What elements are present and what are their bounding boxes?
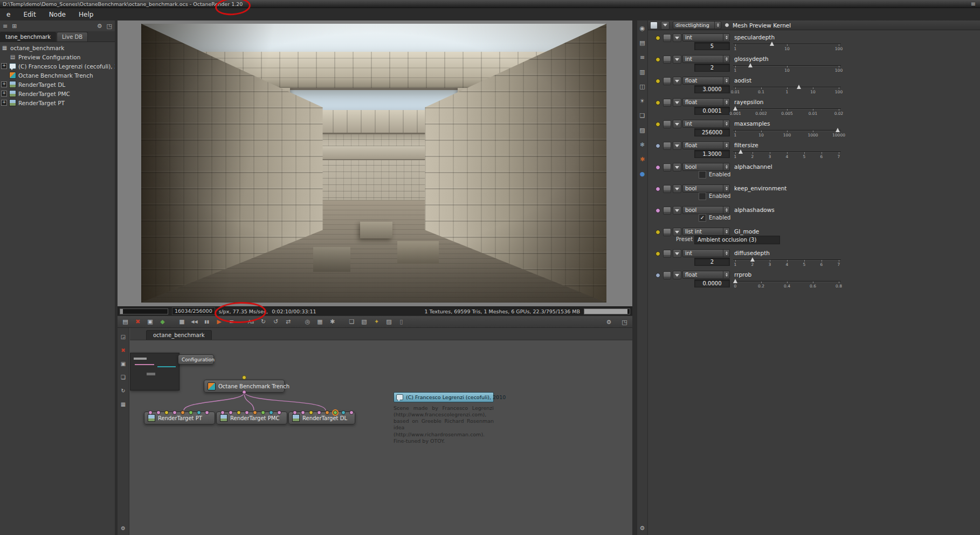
node-pin[interactable]: [189, 410, 193, 415]
preset-dropdown[interactable]: Ambient occlusion (3): [694, 236, 780, 244]
expander-icon[interactable]: [673, 141, 681, 150]
param-slider[interactable]: 110100100010000: [733, 128, 841, 138]
node-rendertarget-pt[interactable]: RenderTarget PT: [144, 411, 215, 424]
node-pin[interactable]: [349, 410, 354, 415]
droplet-icon[interactable]: ●: [638, 169, 647, 178]
spark-icon[interactable]: ✦: [372, 317, 381, 326]
expander-icon[interactable]: [673, 77, 681, 85]
tree-expander-icon[interactable]: +: [1, 63, 7, 69]
node-pin[interactable]: [325, 410, 329, 415]
tree-item[interactable]: +RenderTarget PMC: [0, 89, 115, 98]
expander-icon[interactable]: [673, 55, 681, 64]
stop-icon[interactable]: ■: [177, 317, 187, 326]
param-slider[interactable]: 110100: [733, 63, 841, 73]
slider-handle[interactable]: [748, 63, 753, 67]
menu-item-edit[interactable]: Edit: [17, 11, 42, 18]
param-slider[interactable]: 1234567: [733, 257, 841, 267]
tab-octane-benchmark[interactable]: tane_benchmark: [0, 32, 56, 42]
node-pin[interactable]: [205, 410, 209, 415]
refresh-icon[interactable]: ↻: [259, 317, 268, 326]
param-slider[interactable]: 0.0010.0020.0050.010.02: [733, 106, 841, 116]
stepper-icon[interactable]: [714, 22, 721, 29]
param-type-dropdown[interactable]: list int: [682, 228, 730, 236]
viewport-settings-icon[interactable]: ⚙: [604, 318, 613, 327]
display-icon[interactable]: ▥: [638, 67, 647, 76]
node-pin[interactable]: [293, 410, 297, 415]
tree-expander-icon[interactable]: +: [1, 91, 7, 97]
node-pin[interactable]: [164, 410, 169, 415]
menu-item-e[interactable]: e: [0, 11, 17, 18]
node-graph-minimap[interactable]: [130, 353, 180, 390]
node-pin[interactable]: [245, 410, 249, 415]
param-type-dropdown[interactable]: float: [682, 77, 730, 85]
param-type-dropdown[interactable]: float: [682, 271, 730, 279]
grid-icon[interactable]: ▦: [119, 400, 128, 408]
stepper-icon[interactable]: [723, 56, 729, 63]
stepper-icon[interactable]: [723, 250, 729, 257]
node-pin[interactable]: [237, 410, 241, 415]
param-value[interactable]: 0.0000: [694, 279, 730, 287]
frame-list-icon[interactable]: ≡: [227, 317, 236, 326]
node-pin[interactable]: [181, 410, 185, 415]
tree-item[interactable]: +RenderTarget DL: [0, 80, 115, 89]
restart-icon[interactable]: ◀◀: [190, 317, 199, 326]
slider-handle[interactable]: [770, 42, 774, 46]
stepper-icon[interactable]: [723, 142, 729, 149]
slider-handle[interactable]: [836, 128, 840, 132]
param-type-dropdown[interactable]: float: [682, 141, 730, 149]
expand-all-icon[interactable]: ⊞: [12, 23, 17, 30]
node-pin[interactable]: [261, 410, 265, 415]
node-graph-canvas[interactable]: Configuration Octane Benchmark Trench Re…: [130, 340, 632, 535]
materials-icon[interactable]: ✱: [638, 155, 647, 163]
sync-icon[interactable]: ⇄: [284, 317, 293, 326]
param-type-dropdown[interactable]: int: [682, 55, 730, 63]
param-slider[interactable]: 1234567: [733, 149, 841, 159]
expander-icon[interactable]: [673, 271, 681, 279]
kernel-type-dropdown[interactable]: directlighting: [673, 21, 721, 29]
expander-icon[interactable]: [673, 163, 681, 172]
node-pin[interactable]: [341, 410, 346, 415]
param-type-dropdown[interactable]: float: [682, 98, 730, 106]
param-slider[interactable]: 00.20.40.60.8: [733, 279, 841, 289]
node-rendertarget-pmc[interactable]: RenderTarget PMC: [216, 411, 287, 424]
film-settings-icon[interactable]: ▦: [315, 317, 325, 326]
tree-item[interactable]: +RenderTarget PT: [0, 98, 115, 107]
menu-item-node[interactable]: Node: [43, 11, 72, 18]
picture-icon[interactable]: ▨: [384, 317, 394, 326]
node-pin[interactable]: [229, 410, 233, 415]
node-pin[interactable]: [220, 410, 225, 415]
environment-icon[interactable]: ☀: [638, 97, 647, 105]
stop-render-icon[interactable]: ✖: [133, 317, 142, 326]
tree-expander-icon[interactable]: +: [1, 100, 7, 106]
param-value[interactable]: 3.0000: [694, 85, 730, 93]
node-pin[interactable]: [317, 410, 321, 415]
slider-handle[interactable]: [750, 257, 755, 262]
stepper-icon[interactable]: [723, 228, 729, 235]
node-pin[interactable]: [269, 410, 273, 415]
param-checkbox[interactable]: [699, 171, 706, 179]
tab-node-graph-octane-benchmark[interactable]: octane_benchmark: [146, 330, 212, 340]
param-value[interactable]: 5: [694, 42, 730, 50]
param-type-dropdown[interactable]: bool: [682, 206, 730, 214]
lock-icon[interactable]: ▯: [397, 317, 406, 326]
stepper-icon[interactable]: [723, 163, 729, 170]
stepper-icon[interactable]: [723, 99, 729, 106]
outliner-expand-icon[interactable]: ◳: [107, 23, 112, 30]
param-value[interactable]: 1.3000: [694, 150, 730, 158]
param-slider[interactable]: 110100: [733, 42, 841, 51]
stepper-icon[interactable]: [723, 120, 729, 127]
node-input-pin[interactable]: [242, 390, 246, 394]
refresh-graph-icon[interactable]: ↻: [119, 386, 128, 395]
tree-expander-icon[interactable]: +: [1, 81, 7, 87]
node-pin[interactable]: [309, 410, 313, 415]
add-node-icon[interactable]: ▣: [119, 359, 128, 368]
stepper-icon[interactable]: [723, 271, 729, 278]
param-value[interactable]: 2: [694, 64, 730, 72]
slider-handle[interactable]: [733, 106, 737, 111]
stepper-icon[interactable]: [723, 207, 729, 214]
param-type-dropdown[interactable]: bool: [682, 163, 730, 171]
param-value[interactable]: 256000: [694, 128, 730, 136]
outliner-settings-icon[interactable]: ⚙: [97, 23, 102, 30]
node-pin[interactable]: [301, 410, 305, 415]
expander-icon[interactable]: [673, 228, 681, 236]
